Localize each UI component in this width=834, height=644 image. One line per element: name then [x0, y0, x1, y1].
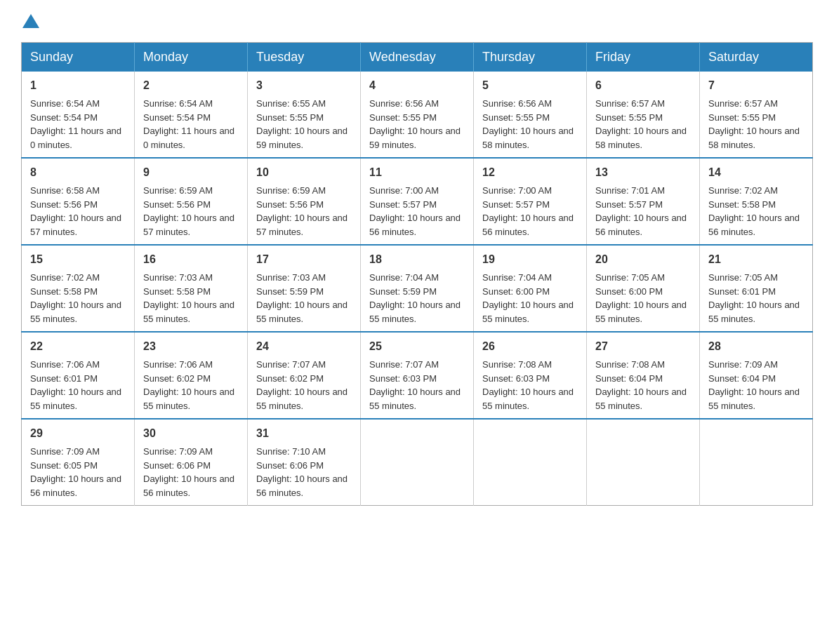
weekday-header-wednesday: Wednesday: [361, 43, 474, 72]
calendar-day-cell: 13Sunrise: 7:01 AMSunset: 5:57 PMDayligh…: [587, 158, 700, 245]
calendar-week-row: 15Sunrise: 7:02 AMSunset: 5:58 PMDayligh…: [22, 245, 813, 332]
day-number: 31: [256, 425, 352, 442]
day-number: 13: [595, 164, 691, 181]
calendar-day-cell: 17Sunrise: 7:03 AMSunset: 5:59 PMDayligh…: [248, 245, 361, 332]
weekday-header-tuesday: Tuesday: [248, 43, 361, 72]
logo-triangle-icon: [22, 14, 39, 28]
day-number: 16: [143, 251, 239, 268]
weekday-header-thursday: Thursday: [474, 43, 587, 72]
day-number: 12: [482, 164, 578, 181]
day-number: 15: [30, 251, 126, 268]
day-number: 4: [369, 77, 465, 94]
day-number: 20: [595, 251, 691, 268]
calendar-week-row: 1Sunrise: 6:54 AMSunset: 5:54 PMDaylight…: [22, 72, 813, 158]
day-number: 17: [256, 251, 352, 268]
day-number: 28: [708, 338, 804, 355]
calendar-day-cell: [700, 419, 813, 506]
calendar-week-row: 29Sunrise: 7:09 AMSunset: 6:05 PMDayligh…: [22, 419, 813, 506]
calendar-week-row: 22Sunrise: 7:06 AMSunset: 6:01 PMDayligh…: [22, 332, 813, 419]
calendar-day-cell: 12Sunrise: 7:00 AMSunset: 5:57 PMDayligh…: [474, 158, 587, 245]
weekday-header-monday: Monday: [135, 43, 248, 72]
calendar-day-cell: 29Sunrise: 7:09 AMSunset: 6:05 PMDayligh…: [22, 419, 135, 506]
weekday-header-friday: Friday: [587, 43, 700, 72]
calendar-day-cell: 3Sunrise: 6:55 AMSunset: 5:55 PMDaylight…: [248, 72, 361, 158]
calendar-day-cell: 15Sunrise: 7:02 AMSunset: 5:58 PMDayligh…: [22, 245, 135, 332]
logo: [21, 14, 41, 28]
calendar-table: SundayMondayTuesdayWednesdayThursdayFrid…: [21, 42, 813, 506]
calendar-day-cell: 6Sunrise: 6:57 AMSunset: 5:55 PMDaylight…: [587, 72, 700, 158]
calendar-day-cell: 5Sunrise: 6:56 AMSunset: 5:55 PMDaylight…: [474, 72, 587, 158]
day-number: 2: [143, 77, 239, 94]
calendar-day-cell: 22Sunrise: 7:06 AMSunset: 6:01 PMDayligh…: [22, 332, 135, 419]
day-number: 18: [369, 251, 465, 268]
day-number: 3: [256, 77, 352, 94]
day-number: 26: [482, 338, 578, 355]
day-number: 23: [143, 338, 239, 355]
calendar-header-row: SundayMondayTuesdayWednesdayThursdayFrid…: [22, 43, 813, 72]
calendar-day-cell: 26Sunrise: 7:08 AMSunset: 6:03 PMDayligh…: [474, 332, 587, 419]
calendar-day-cell: [587, 419, 700, 506]
calendar-day-cell: [474, 419, 587, 506]
calendar-day-cell: 21Sunrise: 7:05 AMSunset: 6:01 PMDayligh…: [700, 245, 813, 332]
day-number: 21: [708, 251, 804, 268]
day-number: 25: [369, 338, 465, 355]
calendar-day-cell: 25Sunrise: 7:07 AMSunset: 6:03 PMDayligh…: [361, 332, 474, 419]
weekday-header-sunday: Sunday: [22, 43, 135, 72]
day-number: 30: [143, 425, 239, 442]
calendar-day-cell: 28Sunrise: 7:09 AMSunset: 6:04 PMDayligh…: [700, 332, 813, 419]
calendar-day-cell: 7Sunrise: 6:57 AMSunset: 5:55 PMDaylight…: [700, 72, 813, 158]
day-number: 19: [482, 251, 578, 268]
calendar-day-cell: 10Sunrise: 6:59 AMSunset: 5:56 PMDayligh…: [248, 158, 361, 245]
calendar-day-cell: 14Sunrise: 7:02 AMSunset: 5:58 PMDayligh…: [700, 158, 813, 245]
calendar-day-cell: 27Sunrise: 7:08 AMSunset: 6:04 PMDayligh…: [587, 332, 700, 419]
calendar-day-cell: 1Sunrise: 6:54 AMSunset: 5:54 PMDaylight…: [22, 72, 135, 158]
calendar-day-cell: 16Sunrise: 7:03 AMSunset: 5:58 PMDayligh…: [135, 245, 248, 332]
day-number: 9: [143, 164, 239, 181]
day-number: 1: [30, 77, 126, 94]
day-number: 27: [595, 338, 691, 355]
calendar-day-cell: 24Sunrise: 7:07 AMSunset: 6:02 PMDayligh…: [248, 332, 361, 419]
calendar-day-cell: 19Sunrise: 7:04 AMSunset: 6:00 PMDayligh…: [474, 245, 587, 332]
day-number: 14: [708, 164, 804, 181]
day-number: 7: [708, 77, 804, 94]
day-number: 29: [30, 425, 126, 442]
calendar-day-cell: 18Sunrise: 7:04 AMSunset: 5:59 PMDayligh…: [361, 245, 474, 332]
calendar-day-cell: 2Sunrise: 6:54 AMSunset: 5:54 PMDaylight…: [135, 72, 248, 158]
calendar-day-cell: 11Sunrise: 7:00 AMSunset: 5:57 PMDayligh…: [361, 158, 474, 245]
calendar-day-cell: [361, 419, 474, 506]
day-number: 8: [30, 164, 126, 181]
day-number: 24: [256, 338, 352, 355]
day-number: 11: [369, 164, 465, 181]
calendar-day-cell: 20Sunrise: 7:05 AMSunset: 6:00 PMDayligh…: [587, 245, 700, 332]
day-number: 10: [256, 164, 352, 181]
calendar-day-cell: 8Sunrise: 6:58 AMSunset: 5:56 PMDaylight…: [22, 158, 135, 245]
calendar-day-cell: 30Sunrise: 7:09 AMSunset: 6:06 PMDayligh…: [135, 419, 248, 506]
calendar-day-cell: 9Sunrise: 6:59 AMSunset: 5:56 PMDaylight…: [135, 158, 248, 245]
day-number: 5: [482, 77, 578, 94]
day-number: 6: [595, 77, 691, 94]
page-header: [21, 14, 813, 28]
calendar-day-cell: 23Sunrise: 7:06 AMSunset: 6:02 PMDayligh…: [135, 332, 248, 419]
calendar-day-cell: 4Sunrise: 6:56 AMSunset: 5:55 PMDaylight…: [361, 72, 474, 158]
calendar-week-row: 8Sunrise: 6:58 AMSunset: 5:56 PMDaylight…: [22, 158, 813, 245]
day-number: 22: [30, 338, 126, 355]
weekday-header-saturday: Saturday: [700, 43, 813, 72]
calendar-day-cell: 31Sunrise: 7:10 AMSunset: 6:06 PMDayligh…: [248, 419, 361, 506]
